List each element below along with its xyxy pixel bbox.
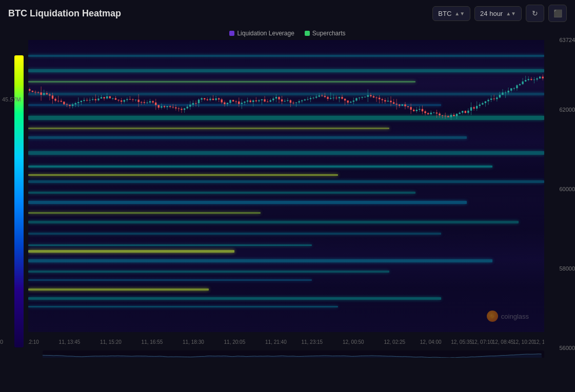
liquidation-bars [28,40,544,332]
cg-logo-text: 🔶 [490,314,495,319]
supercharts-dot [305,31,310,36]
legend-liquidation-label: Liquidation Leverage [237,30,294,37]
price-label: 62000 [559,107,575,113]
liq-bar [28,174,338,176]
liq-bar [28,151,544,155]
header: BTC Liquidation Heatmap BTC ▲▼ 24 hour ▲… [0,0,575,27]
time-label: 11, 12:10 [28,339,39,345]
watermark-text: coinglass [501,313,529,320]
time-axis: 11, 12:1011, 13:4511, 15:2011, 16:5511, … [28,334,544,349]
liq-bar [28,192,415,194]
liq-bar [28,201,467,204]
liquidation-dot [229,31,234,36]
liq-bar [28,279,312,281]
liq-bar [28,297,441,300]
mini-chart-scrollbar[interactable]: ⋮ ⋮ [43,350,544,358]
liq-bar [28,136,467,139]
heatmap-canvas: 🔶 coinglass [28,40,544,332]
page-title: BTC Liquidation Heatmap [8,8,432,19]
time-label: 11, 18:30 [183,339,204,345]
liq-bar [28,271,389,273]
chart-area: 🔶 coinglass 11, 12:1011, 13:4511, 15:201… [28,40,544,358]
time-label: 12, 10:20 [513,339,534,345]
time-label: 12, 08:45 [492,339,514,345]
chart-container: 45.57M 0 🔶 coinglass 11, 12:1011, 13:45 [0,40,575,358]
camera-icon: ⬛ [553,9,562,17]
price-label: 60000 [559,186,575,192]
liq-bar [28,93,544,95]
time-label: 12, 00:50 [343,339,364,345]
time-label: 11, 23:15 [301,339,323,345]
liq-bar [28,221,519,223]
screenshot-button[interactable]: ⬛ [548,5,567,22]
time-label: 12, 05:35 [451,339,472,345]
time-label: 11, 13:45 [59,339,81,345]
refresh-icon: ↻ [532,9,538,17]
price-label: 63724 [559,37,575,43]
liq-bar [28,180,544,183]
legend: Liquidation Leverage Supercharts [0,27,575,40]
liq-bar [28,81,415,82]
liq-bar [28,116,544,120]
coinglass-logo: 🔶 [487,311,498,322]
price-labels [513,40,544,332]
y-scale-area: 45.57M 0 [0,40,28,358]
liq-bar [28,244,312,246]
right-price-axis: 6372462000600005800056000 [544,40,575,358]
time-selector[interactable]: 24 hour ▲▼ [474,6,522,21]
watermark: 🔶 coinglass [487,311,529,322]
legend-supercharts-label: Supercharts [312,30,346,37]
time-label: 11, 20:05 [224,339,246,345]
coin-chevron-icon: ▲▼ [454,11,465,16]
liq-bar [28,212,261,214]
liq-bar [28,259,492,262]
legend-liquidation: Liquidation Leverage [229,30,294,37]
liq-bar [28,288,209,291]
time-chevron-icon: ▲▼ [506,11,516,16]
liq-bar [28,166,492,168]
liq-bar [28,128,389,129]
time-label: 11, 21:40 [265,339,287,345]
coin-selector[interactable]: BTC ▲▼ [432,6,470,21]
liq-bar [28,55,544,57]
scale-max-label: 45.57M [2,96,21,102]
refresh-button[interactable]: ↻ [526,5,544,22]
liq-bar [28,306,338,307]
time-label: 12, 02:25 [384,339,405,345]
price-label: 58000 [559,265,575,272]
time-label: 11, 16:55 [142,339,163,345]
time-value: 24 hour [480,10,503,17]
liq-bar [28,104,441,106]
price-label: 56000 [559,345,575,351]
legend-supercharts: Supercharts [305,30,346,37]
liq-bar [28,250,234,253]
time-label: 12, 07:10 [471,339,493,345]
liq-bar [28,69,544,72]
scale-zero-label: 0 [0,339,3,345]
liq-bar [28,233,441,235]
time-label: 12, 11:55 [533,339,544,345]
time-label: 12, 04:00 [420,339,442,345]
controls-area: BTC ▲▼ 24 hour ▲▼ ↻ ⬛ [432,5,567,22]
time-label: 11, 15:20 [100,339,122,345]
coin-value: BTC [438,10,451,17]
